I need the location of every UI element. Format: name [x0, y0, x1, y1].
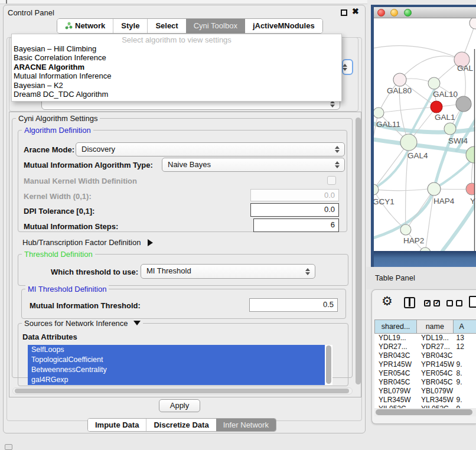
zoom-traffic-light[interactable]	[404, 9, 412, 17]
tab-jactivemnodules[interactable]: jActiveMNodules	[245, 19, 322, 33]
sources-legend: Sources for Network Inference	[22, 319, 143, 328]
table-horizontal-scrollbar[interactable]	[374, 408, 476, 416]
checked-checkbox-icon	[424, 300, 431, 306]
deselect-columns-button[interactable]	[446, 300, 462, 306]
tab-impute-data[interactable]: Impute Data	[88, 419, 146, 431]
tab-select[interactable]: Select	[147, 19, 185, 33]
tab-infer-network[interactable]: Infer Network	[216, 419, 276, 431]
threshold-definition-legend: Threshold Definition	[22, 250, 95, 259]
data-attributes-label: Data Attributes	[22, 332, 77, 341]
attribute-item[interactable]: TopologicalCoefficient	[28, 355, 325, 365]
checked-checkbox-icon	[433, 300, 440, 306]
attribute-item[interactable]: gal4RGexp	[28, 375, 325, 385]
settings-gear-icon[interactable]: ⚙	[382, 295, 393, 307]
table-row[interactable]: YLR345W YLR345W 9.	[374, 396, 476, 405]
svg-text:HAP4: HAP4	[433, 197, 455, 206]
svg-text:GAL80: GAL80	[387, 86, 412, 95]
data-attributes-list: SelfLoopsTopologicalCoefficientBetweenne…	[28, 345, 332, 385]
algorithm-popup-placeholder: Select algorithm to view settings	[12, 35, 341, 44]
table-row[interactable]: YDL19... YDL19... 13	[374, 334, 476, 343]
tab-discretize-data[interactable]: Discretize Data	[146, 419, 216, 431]
tab-network-label: Network	[75, 21, 105, 30]
network-view-window: GALGAL80GAL10GAL1GAL11SWI4GAL4GCY1HAP4YH…	[371, 5, 476, 267]
mi-threshold-input[interactable]: 0.5	[249, 298, 338, 312]
svg-text:GAL4: GAL4	[407, 151, 428, 160]
aracne-mode-label: Aracne Mode:	[24, 145, 74, 154]
table-cell-value: 13	[454, 334, 476, 343]
table-cell-name: YLR345W	[417, 396, 454, 405]
mi-type-combo[interactable]: Naive Bayes	[162, 158, 345, 172]
svg-text:GAL11: GAL11	[376, 120, 400, 129]
algorithm-option[interactable]: Bayesian – K2	[12, 81, 341, 90]
close-icon[interactable]: ✖	[352, 6, 359, 16]
network-graph[interactable]: GALGAL80GAL10GAL1GAL11SWI4GAL4GCY1HAP4YH…	[374, 18, 476, 251]
export-table-icon[interactable]	[469, 296, 476, 308]
attribute-item[interactable]: BetweennessCentrality	[28, 365, 325, 375]
bottom-tab-bar: Impute Data Discretize Data Infer Networ…	[87, 418, 276, 432]
attribute-item[interactable]: SelfLoops	[28, 345, 325, 355]
tab-network[interactable]: Network	[57, 19, 113, 33]
tab-cyni-toolbox[interactable]: Cyni Toolbox	[186, 19, 245, 33]
table-cell-name: YBL079W	[417, 387, 454, 396]
mi-steps-input[interactable]: 6	[253, 219, 339, 232]
split-columns-icon[interactable]	[404, 297, 415, 308]
table-cell-value: 9.	[454, 360, 476, 369]
manual-kernel-label: Manual Kernel Width Definition	[24, 177, 137, 185]
algorithm-option[interactable]: Mutual Information Inference	[12, 71, 341, 80]
apply-button[interactable]: Apply	[159, 399, 200, 412]
which-threshold-value: MI Threshold	[146, 266, 191, 275]
collapse-down-icon[interactable]	[133, 321, 141, 325]
table-cell-shared-name: YDL19...	[374, 334, 417, 343]
table-scroll-thumb[interactable]	[376, 409, 472, 415]
table-row[interactable]: YPR145W YPR145W 9.	[374, 360, 476, 369]
algorithm-option[interactable]: Bayesian – Hill Climbing	[12, 44, 341, 53]
table-column-header[interactable]: A	[454, 320, 476, 333]
hub-definition-label: Hub/Transcription Factor Definition	[22, 238, 141, 247]
table-cell-shared-name: YBR043C	[374, 351, 417, 360]
kernel-width-input: 0.0	[250, 189, 339, 201]
chevron-updown-icon	[335, 145, 340, 154]
table-row[interactable]: YDR27... YDR27... 12	[374, 343, 476, 351]
float-window-icon[interactable]	[341, 9, 347, 16]
control-panel-window: Control Panel ✖ Network Style Select Cyn…	[3, 5, 366, 433]
settings-vertical-scrollbar[interactable]	[356, 118, 361, 384]
table-row[interactable]: YBL079W YBL079W	[374, 387, 476, 396]
minimize-traffic-light[interactable]	[390, 9, 398, 17]
table-cell-value	[454, 387, 476, 396]
kernel-width-label: Kernel Width (0,1):	[24, 192, 92, 201]
table-cell-shared-name: YLR345W	[374, 396, 417, 405]
tab-style[interactable]: Style	[113, 19, 147, 33]
focused-combo-arrows-button[interactable]	[342, 59, 353, 75]
control-panel-tab-bar: Network Style Select Cyni Toolbox jActiv…	[57, 18, 323, 34]
table-cell-value	[454, 351, 476, 360]
aracne-mode-combo[interactable]: Discovery	[76, 142, 345, 156]
attribute-list-scrollbar[interactable]	[326, 345, 331, 384]
chevron-updown-icon	[305, 268, 311, 276]
corner-button[interactable]	[5, 444, 12, 450]
table-row[interactable]: YER054C YER054C 8.	[374, 369, 476, 378]
table-column-header[interactable]: name	[417, 320, 454, 333]
dpi-tolerance-input[interactable]: 0.0	[250, 203, 339, 217]
network-window-titlebar[interactable]	[374, 7, 476, 18]
which-threshold-combo[interactable]: MI Threshold	[141, 264, 315, 279]
horizontal-scroll-thumb[interactable]	[15, 389, 349, 393]
network-canvas[interactable]: GALGAL80GAL10GAL1GAL11SWI4GAL4GCY1HAP4YH…	[374, 18, 476, 251]
table-row[interactable]: YBR043C YBR043C	[374, 351, 476, 360]
mi-threshold-label: Mutual Information Threshold:	[30, 301, 141, 310]
close-traffic-light[interactable]	[377, 9, 385, 17]
algorithm-option[interactable]: Dream8 DC_TDC Algorithm	[12, 90, 341, 99]
table-cell-name: YDR27...	[417, 343, 454, 351]
settings-horizontal-scrollbar[interactable]	[12, 387, 353, 394]
expand-right-icon	[148, 239, 153, 246]
algorithm-option[interactable]: ARACNE Algorithm	[12, 63, 341, 71]
table-cell-name: YDL19...	[417, 334, 454, 343]
algorithm-option[interactable]: Basic Correlation Inference	[12, 53, 341, 62]
hub-definition-expander[interactable]: Hub/Transcription Factor Definition	[22, 238, 153, 247]
sources-legend-text: Sources for Network Inference	[24, 319, 128, 328]
table-column-header[interactable]: shared...	[375, 320, 417, 333]
svg-text:SWI4: SWI4	[448, 136, 468, 145]
svg-text:GAL: GAL	[457, 64, 474, 73]
table-row[interactable]: YBR045C YBR045C 9.	[374, 378, 476, 387]
select-columns-button[interactable]	[424, 300, 440, 306]
table-cell-name: YER054C	[417, 369, 454, 378]
